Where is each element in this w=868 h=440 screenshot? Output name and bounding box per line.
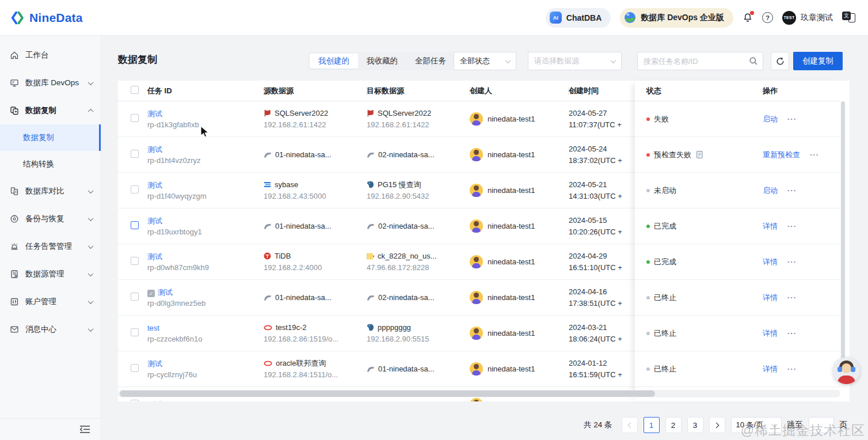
row-checkbox[interactable] <box>131 364 139 372</box>
datasource-cell: TiDB192.168.2.2:4000 <box>264 251 367 274</box>
more-actions-button[interactable]: ··· <box>810 150 819 159</box>
task-name-link[interactable]: 测试 <box>147 145 162 154</box>
tab-all-tasks[interactable]: 全部任务 <box>406 54 455 69</box>
chevron-left-icon <box>627 422 633 428</box>
row-checkbox[interactable] <box>131 293 139 301</box>
row-checkbox[interactable] <box>131 328 139 336</box>
tab-my-favorites[interactable]: 我收藏的 <box>358 54 406 69</box>
next-page-button[interactable] <box>709 417 725 433</box>
task-id: rp-czzcekbf6n1o <box>147 333 258 344</box>
datasource-address: 192.168.2.43:5000 <box>264 191 361 202</box>
task-name-link[interactable]: test <box>147 324 159 332</box>
action-link[interactable]: 启动 <box>763 185 778 196</box>
sidebar-collapse-button[interactable] <box>79 425 90 434</box>
page-button-2[interactable]: 2 <box>665 417 682 433</box>
datasource-address: 192.168.2.61:1422 <box>367 119 464 131</box>
page-button-3[interactable]: 3 <box>687 417 703 433</box>
page-button-1[interactable]: 1 <box>644 417 660 433</box>
task-name-link[interactable]: 测试 <box>147 109 162 118</box>
more-actions-button[interactable]: ··· <box>787 186 797 195</box>
sidebar-subitem-data-replication[interactable]: 数据复制 <box>0 124 101 151</box>
row-checkbox[interactable] <box>131 114 139 122</box>
horizontal-scrollbar[interactable] <box>120 390 655 397</box>
sidebar-item-database-compare[interactable]: 数据库对比 <box>0 177 101 205</box>
datasource-name: 02-ninedata-sa... <box>378 221 435 232</box>
vertical-scrollbar[interactable] <box>841 101 845 380</box>
datasource-cell: ob-mysql-test <box>367 399 470 402</box>
created-date: 2024-01-12 <box>569 358 635 369</box>
table-row: 测试rp-d19uxrbtogy101-ninedata-sa...02-nin… <box>118 208 635 244</box>
action-link[interactable]: 启动 <box>763 114 778 124</box>
row-checkbox[interactable] <box>131 221 139 229</box>
customer-service-button[interactable] <box>833 357 860 384</box>
datasource-name: SQLServer2022 <box>275 108 328 119</box>
task-name-link[interactable]: 测试 <box>147 359 162 368</box>
action-link[interactable]: 详情 <box>763 293 778 303</box>
search-input[interactable] <box>644 57 749 66</box>
datasource-address: 192.168.2.84:1511/o... <box>264 369 361 381</box>
table-header-right: 状态 操作 <box>635 81 840 101</box>
more-actions-button[interactable]: ··· <box>787 222 797 230</box>
chevron-down-icon <box>88 243 94 249</box>
action-link[interactable]: 详情 <box>763 364 778 374</box>
creator-avatar <box>470 398 483 401</box>
more-actions-button[interactable]: ··· <box>787 293 797 302</box>
create-replication-button[interactable]: 创建复制 <box>793 52 843 70</box>
sidebar-item-task-alert[interactable]: 任务告警管理 <box>0 233 101 260</box>
sidebar-subitem-structure-convert[interactable]: 结构转换 <box>0 151 101 177</box>
row-checkbox[interactable] <box>131 400 139 401</box>
datasource-name: 01-ninedata-sa... <box>275 149 332 161</box>
datasource-name: 02-ninedata-sa... <box>378 292 435 304</box>
sidebar-item-message-center[interactable]: 消息中心 <box>0 316 101 343</box>
tab-my-created[interactable]: 我创建的 <box>310 54 358 69</box>
sidebar-item-account-mgmt[interactable]: 账户管理 <box>0 288 101 316</box>
task-name-link[interactable]: 测试 <box>147 181 162 189</box>
select-all-checkbox[interactable] <box>131 86 139 94</box>
creator-name: ninedata-test1 <box>488 257 535 266</box>
sidebar-item-datasource-mgmt[interactable]: 数据源管理 <box>0 260 101 288</box>
sidebar-item-data-replication[interactable]: 数据复制 <box>0 97 101 124</box>
notification-bell-icon[interactable] <box>743 13 753 23</box>
created-time: 11:07:37(UTC + <box>569 119 635 131</box>
datasource-icon <box>9 270 19 279</box>
prev-page-button[interactable] <box>622 417 638 433</box>
translate-icon[interactable]: 文 <box>842 12 855 24</box>
row-checkbox[interactable] <box>131 185 139 194</box>
more-actions-button[interactable]: ··· <box>787 257 797 266</box>
task-name-link[interactable]: 测试 <box>147 252 162 261</box>
jump-to-page-input[interactable] <box>809 417 834 433</box>
user-avatar: TEST <box>782 11 796 25</box>
action-link[interactable]: 详情 <box>763 328 778 339</box>
created-date: 2024-04-16 <box>569 286 635 298</box>
status-label: 失败 <box>654 114 669 124</box>
status-filter-select[interactable]: 全部状态 <box>454 52 516 70</box>
help-icon[interactable]: ? <box>762 12 773 23</box>
task-name-link[interactable]: 测试 <box>158 288 173 297</box>
ninedata-logo[interactable]: NineData <box>10 10 83 25</box>
chatdba-button[interactable]: AI ChatDBA <box>546 8 611 28</box>
more-actions-button[interactable]: ··· <box>787 365 797 373</box>
refresh-button[interactable] <box>771 52 789 70</box>
action-link[interactable]: 详情 <box>763 257 778 267</box>
action-link[interactable]: 重新预检查 <box>763 150 800 160</box>
task-name-link[interactable]: 测试 <box>147 400 162 401</box>
precheck-log-icon[interactable] <box>696 151 703 158</box>
more-actions-button[interactable]: ··· <box>787 115 797 123</box>
datasource-address: 192.168.2.61:1422 <box>264 119 361 131</box>
oracle-datasource-icon <box>264 325 272 331</box>
more-actions-button[interactable]: ··· <box>787 329 797 337</box>
datasource-filter-select[interactable]: 请选择数据源 <box>528 52 622 70</box>
sidebar-item-database-devops[interactable]: 数据库 DevOps <box>0 69 101 97</box>
row-checkbox[interactable] <box>131 150 139 158</box>
sidebar-item-workbench[interactable]: 工作台 <box>0 41 101 69</box>
sidebar-item-backup-restore[interactable]: 备份与恢复 <box>0 205 101 233</box>
page-size-select[interactable]: 10 条/页 <box>731 417 782 433</box>
status-dot <box>646 367 650 371</box>
search-icon[interactable] <box>749 56 758 66</box>
row-checkbox[interactable] <box>131 257 139 265</box>
user-menu[interactable]: TEST 玖章测试 <box>782 11 833 25</box>
task-name-link[interactable]: 测试 <box>147 217 162 225</box>
org-badge[interactable]: 数据库 DevOps 企业版 <box>620 8 733 28</box>
sidebar-footer <box>0 418 101 440</box>
action-link[interactable]: 详情 <box>763 221 778 232</box>
